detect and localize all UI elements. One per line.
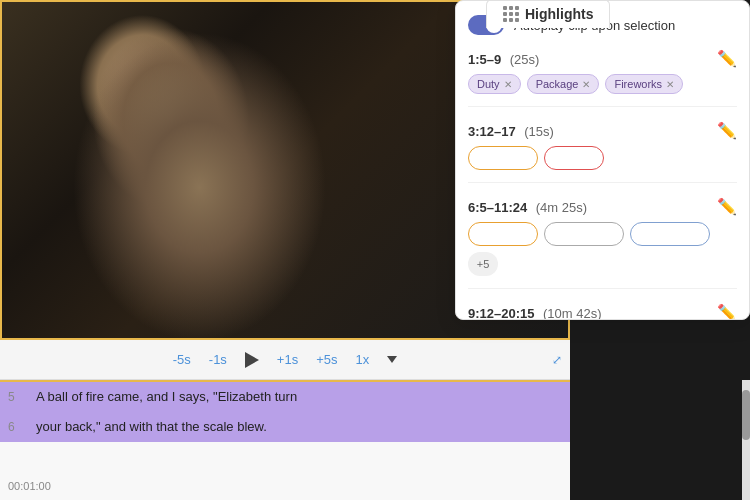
- edit-icon-2[interactable]: ✏️: [717, 121, 737, 140]
- highlight-time-4: 9:12–20:15 (10m 42s): [468, 304, 601, 320]
- expand-icon[interactable]: ⤢: [552, 353, 562, 367]
- highlight-header-3: 6:5–11:24 (4m 25s) ✏️: [468, 197, 737, 216]
- tag-duty-remove[interactable]: ✕: [504, 79, 512, 90]
- line-text-6: your back," and with that the scale blew…: [36, 418, 267, 436]
- highlight-time-1: 1:5–9 (25s): [468, 50, 539, 68]
- tag-empty-2-2[interactable]: [544, 146, 604, 170]
- highlights-tab[interactable]: Highlights: [486, 0, 610, 28]
- transcript-scrollbar[interactable]: [742, 380, 750, 500]
- line-text-5: A ball of fire came, and I says, "Elizab…: [36, 388, 297, 406]
- highlight-header-1: 1:5–9 (25s) ✏️: [468, 49, 737, 68]
- edit-icon-1[interactable]: ✏️: [717, 49, 737, 68]
- panel-body: Autoplay clip upon selection 1:5–9 (25s)…: [456, 1, 749, 319]
- edit-icon-3[interactable]: ✏️: [717, 197, 737, 216]
- speed-dropdown-icon[interactable]: [387, 356, 397, 363]
- tag-empty-2-1[interactable]: [468, 146, 538, 170]
- tag-fireworks-label: Fireworks: [614, 78, 662, 90]
- tag-package[interactable]: Package ✕: [527, 74, 600, 94]
- transcript-line-5: 5 A ball of fire came, and I says, "Eliz…: [0, 382, 570, 412]
- line-number-6: 6: [8, 420, 28, 434]
- highlight-item-1: 1:5–9 (25s) ✏️ Duty ✕ Package ✕ Firework…: [468, 49, 737, 107]
- edit-icon-4[interactable]: ✏️: [717, 303, 737, 319]
- fwd5-button[interactable]: +5s: [316, 352, 337, 367]
- highlight-header-4: 9:12–20:15 (10m 42s) ✏️: [468, 303, 737, 319]
- transcript-line-6: 6 your back," and with that the scale bl…: [0, 412, 570, 442]
- tag-package-label: Package: [536, 78, 579, 90]
- tag-fireworks-remove[interactable]: ✕: [666, 79, 674, 90]
- panel-tab-label: Highlights: [525, 6, 593, 22]
- timestamp: 00:01:00: [8, 480, 51, 492]
- tags-row-2: [468, 146, 737, 170]
- play-button[interactable]: [245, 352, 259, 368]
- scrollbar-thumb[interactable]: [742, 390, 750, 440]
- grid-icon: [503, 6, 519, 22]
- tag-duty[interactable]: Duty ✕: [468, 74, 521, 94]
- highlight-header-2: 3:12–17 (15s) ✏️: [468, 121, 737, 140]
- tag-empty-3-2[interactable]: [544, 222, 624, 246]
- tags-row-1: Duty ✕ Package ✕ Fireworks ✕: [468, 74, 737, 94]
- tag-empty-3-1[interactable]: [468, 222, 538, 246]
- controls-bar: -5s -1s +1s +5s 1x ⤢: [0, 340, 570, 380]
- line-number-5: 5: [8, 390, 28, 404]
- tag-empty-3-3[interactable]: [630, 222, 710, 246]
- back5-button[interactable]: -5s: [173, 352, 191, 367]
- highlights-panel: Highlights Autoplay clip upon selection …: [455, 0, 750, 320]
- highlight-item-4: 9:12–20:15 (10m 42s) ✏️: [468, 303, 737, 319]
- tag-duty-label: Duty: [477, 78, 500, 90]
- highlight-item-2: 3:12–17 (15s) ✏️: [468, 121, 737, 183]
- tag-package-remove[interactable]: ✕: [582, 79, 590, 90]
- speed-button[interactable]: 1x: [356, 352, 370, 367]
- more-tags-3[interactable]: +5: [468, 252, 498, 276]
- tags-row-3: +5: [468, 222, 737, 276]
- back1-button[interactable]: -1s: [209, 352, 227, 367]
- highlight-time-3: 6:5–11:24 (4m 25s): [468, 198, 587, 216]
- highlight-item-3: 6:5–11:24 (4m 25s) ✏️ +5: [468, 197, 737, 289]
- highlight-time-2: 3:12–17 (15s): [468, 122, 554, 140]
- fwd1-button[interactable]: +1s: [277, 352, 298, 367]
- transcript-area: 5 A ball of fire came, and I says, "Eliz…: [0, 380, 570, 500]
- tag-fireworks[interactable]: Fireworks ✕: [605, 74, 683, 94]
